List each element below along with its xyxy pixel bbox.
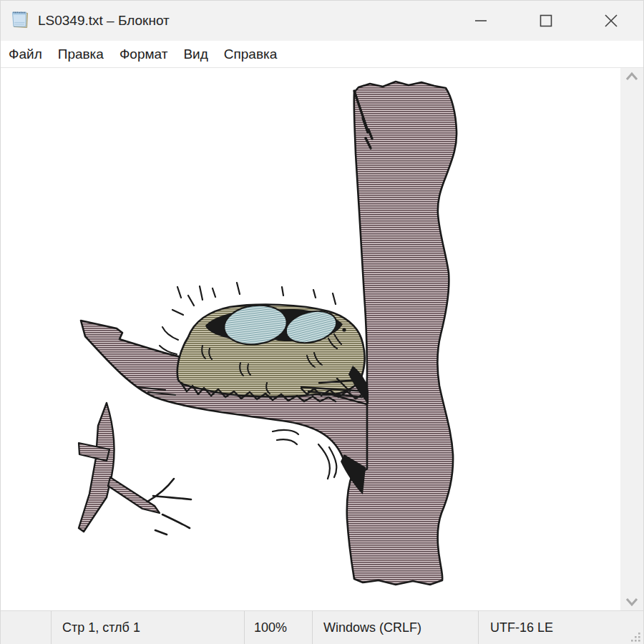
status-cursor-position: Стр 1, стлб 1 xyxy=(51,611,244,644)
maximize-icon xyxy=(538,13,554,29)
status-zoom-level: 100% xyxy=(244,611,312,644)
close-icon xyxy=(603,13,619,29)
scroll-down-icon[interactable] xyxy=(620,592,643,610)
notepad-icon xyxy=(9,9,31,33)
menu-item-file[interactable]: Файл xyxy=(1,41,50,67)
bird-nest xyxy=(160,283,369,404)
tree-trunk xyxy=(347,82,457,585)
scroll-up-icon[interactable] xyxy=(620,68,643,87)
title-bar: LS0349.txt – Блокнот xyxy=(1,1,643,41)
vertical-scrollbar[interactable] xyxy=(620,68,643,610)
menu-item-view[interactable]: Вид xyxy=(175,41,215,67)
minimize-icon xyxy=(473,13,489,29)
status-spacer xyxy=(1,611,51,644)
status-encoding: UTF-16 LE xyxy=(478,611,643,644)
minimize-button[interactable] xyxy=(448,1,513,41)
window-title: LS0349.txt – Блокнот xyxy=(38,13,170,29)
resize-grip[interactable] xyxy=(630,631,641,643)
notepad-window: LS0349.txt – Блокнот Файл Правка Формат … xyxy=(0,0,644,644)
nest-on-branch-artwork xyxy=(1,68,610,610)
status-bar: Стр 1, стлб 1 100% Windows (CRLF) UTF-16… xyxy=(1,610,643,644)
close-button[interactable] xyxy=(578,1,643,41)
status-line-ending: Windows (CRLF) xyxy=(312,611,478,644)
menu-item-help[interactable]: Справка xyxy=(216,41,286,67)
window-controls xyxy=(448,1,643,41)
menu-bar: Файл Правка Формат Вид Справка xyxy=(1,41,643,68)
text-area[interactable] xyxy=(1,68,643,610)
maximize-button[interactable] xyxy=(513,1,578,41)
menu-item-edit[interactable]: Правка xyxy=(50,41,112,67)
menu-item-format[interactable]: Формат xyxy=(112,41,176,67)
